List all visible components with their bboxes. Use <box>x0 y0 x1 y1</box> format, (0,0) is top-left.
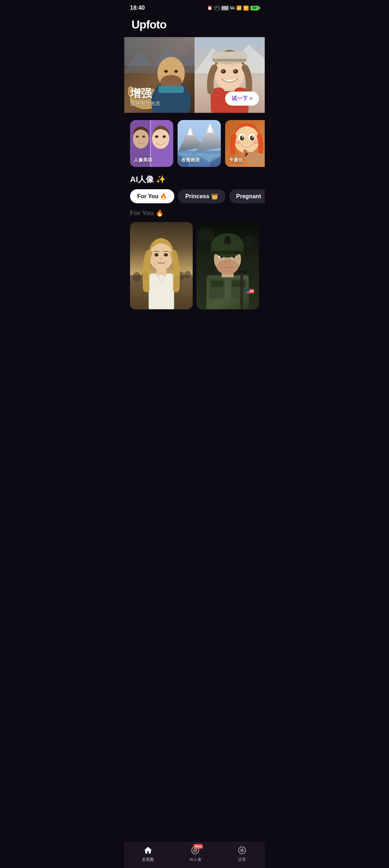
nav-item-settings[interactable]: 设置 <box>237 845 247 862</box>
filter-tabs: For You 🔥 Princess 👑 Pregnant 🤰 <box>124 189 265 209</box>
nav-badge-new: New <box>193 844 204 849</box>
app-logo: Upfoto <box>131 18 258 31</box>
status-icons: ⏰ 📳 HD 5G 📶 🛜 57 <box>207 5 259 11</box>
home-svg <box>143 846 153 855</box>
feature-card-label-portrait: 人像美容 <box>134 157 152 163</box>
feature-card-label-landscape: 改善画质 <box>181 157 200 163</box>
filter-tab-princess[interactable]: Princess 👑 <box>178 189 225 203</box>
svg-point-85 <box>216 259 238 274</box>
svg-point-57 <box>246 153 248 155</box>
feature-card-portrait[interactable]: 人像美容 <box>130 120 173 167</box>
svg-point-106 <box>195 850 196 851</box>
grid-image-soldier[interactable] <box>196 222 259 309</box>
svg-point-27 <box>136 136 139 138</box>
svg-rect-93 <box>210 251 245 254</box>
home-icon <box>143 845 153 855</box>
filter-tab-pregnant[interactable]: Pregnant 🤰 <box>229 189 265 203</box>
vibrate-icon: 📳 <box>214 5 220 11</box>
svg-point-69 <box>149 243 174 270</box>
hero-banner: 增强 提升照片画质 <box>124 37 265 113</box>
gear-icon <box>237 845 247 855</box>
wifi-icon: 🛜 <box>243 5 249 11</box>
grid-image-fashion[interactable] <box>130 222 193 309</box>
svg-point-110 <box>241 850 242 851</box>
network-5g: 5G <box>230 6 235 10</box>
svg-point-51 <box>235 141 241 144</box>
hero-text-block: 增强 提升照片画质 <box>130 87 160 107</box>
svg-point-71 <box>164 253 168 256</box>
nav-item-home[interactable]: 主页面 <box>142 845 154 862</box>
status-bar: 18:40 ⏰ 📳 HD 5G 📶 🛜 57 <box>124 0 265 14</box>
section-title-ai: AI人像 ✨ <box>124 167 265 189</box>
svg-rect-82 <box>237 270 246 273</box>
gear-svg <box>237 846 247 855</box>
header: Upfoto <box>124 14 265 37</box>
svg-point-49 <box>242 136 243 138</box>
svg-point-29 <box>152 129 169 149</box>
svg-point-72 <box>160 258 163 260</box>
svg-rect-97 <box>211 252 214 259</box>
svg-rect-79 <box>211 280 224 287</box>
svg-rect-98 <box>241 252 244 259</box>
svg-rect-23 <box>213 59 246 62</box>
nav-label-settings: 设置 <box>238 857 246 862</box>
svg-point-47 <box>240 136 244 141</box>
svg-point-30 <box>155 136 158 138</box>
hd-badge: HD <box>221 6 228 10</box>
svg-point-58 <box>245 155 247 156</box>
alarm-icon: ⏰ <box>207 5 213 10</box>
hero-subtitle: 提升照片画质 <box>130 101 160 107</box>
soldier-illustration <box>196 222 259 309</box>
signal-icon: 📶 <box>236 5 242 10</box>
svg-point-70 <box>155 253 158 256</box>
svg-rect-103 <box>246 289 249 292</box>
svg-point-28 <box>142 136 145 138</box>
svg-point-74 <box>198 228 215 242</box>
try-button[interactable]: 试一下 > <box>225 92 259 106</box>
svg-point-50 <box>252 136 254 138</box>
svg-point-64 <box>184 271 191 278</box>
svg-rect-81 <box>240 269 243 309</box>
feature-card-landscape[interactable]: 改善画质 <box>178 120 221 167</box>
svg-point-48 <box>250 136 254 141</box>
svg-point-96 <box>226 236 229 239</box>
camera-icon: New <box>190 845 200 855</box>
image-grid <box>124 222 265 309</box>
svg-point-20 <box>234 70 236 72</box>
nav-label-ai-portrait: AI人像 <box>189 857 201 862</box>
nav-label-home: 主页面 <box>142 857 154 862</box>
svg-rect-65 <box>149 274 174 309</box>
svg-point-19 <box>222 70 224 72</box>
svg-rect-9 <box>158 86 184 93</box>
fashion-illustration <box>130 222 193 309</box>
svg-point-75 <box>242 235 256 248</box>
svg-point-52 <box>253 141 259 144</box>
svg-point-11 <box>174 70 178 73</box>
svg-point-31 <box>163 136 166 138</box>
svg-point-26 <box>133 129 149 149</box>
svg-rect-80 <box>232 280 245 287</box>
hero-left-panel: 增强 提升照片画质 <box>124 37 194 113</box>
feature-card-label-cartoon: 卡通化 <box>229 157 243 163</box>
hero-title: 增强 <box>130 87 160 99</box>
feature-card-cartoon[interactable]: 卡通化 <box>225 120 265 167</box>
feature-cards-section: 人像美容 <box>124 113 265 167</box>
filter-tab-for-you[interactable]: For You 🔥 <box>130 189 174 203</box>
battery-icon: 57 <box>250 6 259 10</box>
svg-point-10 <box>164 70 168 73</box>
sub-label: For You 🔥 <box>124 209 265 222</box>
svg-point-61 <box>133 272 141 282</box>
svg-point-44 <box>234 126 259 154</box>
bottom-nav: 主页面 New AI人像 设置 <box>124 842 265 868</box>
nav-item-ai-portrait[interactable]: New AI人像 <box>189 845 201 862</box>
status-time: 18:40 <box>130 5 145 11</box>
